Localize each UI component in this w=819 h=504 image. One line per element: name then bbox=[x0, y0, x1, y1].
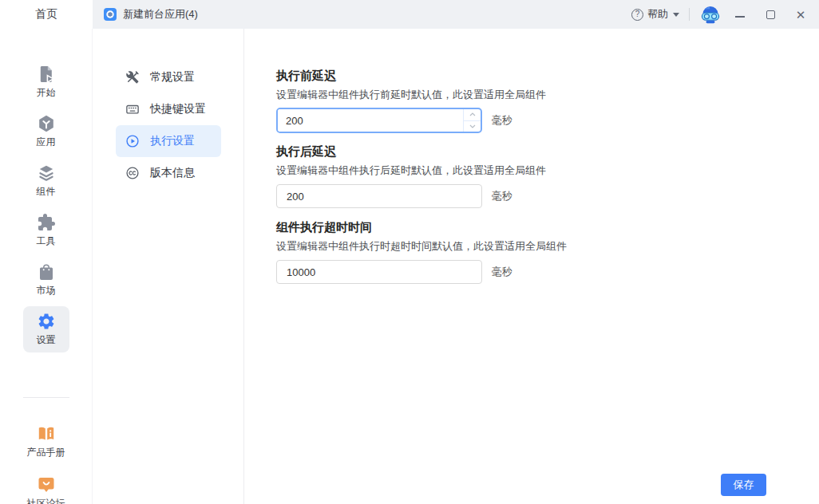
tab-new-frontend-app[interactable]: 新建前台应用(4) bbox=[93, 0, 212, 29]
product-manual-book-icon bbox=[37, 424, 56, 443]
stepper-down-button[interactable] bbox=[464, 121, 481, 132]
tab-label: 新建前台应用(4) bbox=[123, 7, 198, 22]
minimize-icon bbox=[735, 16, 745, 18]
menu-item-label: 常规设置 bbox=[150, 70, 195, 85]
general-settings-tools-icon bbox=[125, 70, 140, 85]
sidebar-item-tools[interactable]: 工具 bbox=[23, 207, 69, 254]
sidebar-item-label: 社区论坛 bbox=[27, 497, 65, 504]
topbar-right-controls: ? 帮助 ✕ bbox=[631, 3, 819, 26]
menu-item-execution-settings[interactable]: 执行设置 bbox=[116, 125, 221, 157]
help-menu[interactable]: ? 帮助 bbox=[631, 7, 679, 22]
sidebar-footer: 产品手册 社区论坛 bbox=[0, 397, 92, 504]
save-button[interactable]: 保存 bbox=[721, 474, 766, 496]
sidebar-item-label: 产品手册 bbox=[27, 446, 65, 459]
maximize-icon bbox=[766, 10, 775, 19]
market-bag-icon bbox=[37, 262, 56, 282]
menu-item-general-settings[interactable]: 常规设置 bbox=[116, 61, 221, 93]
community-forum-chat-icon bbox=[37, 475, 56, 494]
post-execution-delay-section: 执行后延迟 设置编辑器中组件执行后延时默认值，此设置适用全局组件 毫秒 bbox=[276, 144, 819, 209]
minimize-button[interactable] bbox=[728, 3, 752, 26]
start-file-play-icon bbox=[37, 65, 56, 84]
sidebar-footer-divider bbox=[23, 397, 69, 398]
component-timeout-section: 组件执行超时时间 设置编辑器中组件执行时超时时间默认值，此设置适用全局组件 毫秒 bbox=[276, 220, 819, 285]
tools-puzzle-icon bbox=[37, 213, 56, 232]
version-info-cc-icon bbox=[125, 166, 140, 180]
section-title: 执行后延迟 bbox=[276, 144, 819, 159]
app-tab-icon bbox=[104, 8, 117, 21]
timeout-input[interactable] bbox=[276, 260, 482, 284]
sidebar-item-community-forum[interactable]: 社区论坛 bbox=[0, 475, 92, 504]
section-description: 设置编辑器中组件执行后延时默认值，此设置适用全局组件 bbox=[276, 164, 819, 177]
question-circle-icon: ? bbox=[631, 9, 643, 21]
shortcut-keyboard-icon bbox=[125, 102, 140, 116]
components-layers-icon bbox=[37, 163, 56, 183]
section-description: 设置编辑器中组件执行时超时时间默认值，此设置适用全局组件 bbox=[276, 240, 819, 253]
sidebar-item-start[interactable]: 开始 bbox=[23, 59, 69, 105]
stepper-buttons bbox=[463, 109, 481, 132]
pre-delay-stepper bbox=[276, 108, 482, 133]
menu-item-version-info[interactable]: 版本信息 bbox=[116, 157, 221, 189]
sidebar-item-label: 应用 bbox=[37, 136, 56, 149]
unit-label: 毫秒 bbox=[492, 189, 512, 203]
menu-item-label: 执行设置 bbox=[150, 134, 195, 148]
pre-delay-input[interactable] bbox=[278, 109, 463, 132]
chevron-up-icon bbox=[469, 112, 476, 116]
section-description: 设置编辑器中组件执行前延时默认值，此设置适用全局组件 bbox=[276, 89, 819, 101]
sidebar-item-apps[interactable]: 应用 bbox=[23, 108, 69, 155]
post-delay-input[interactable] bbox=[276, 184, 482, 208]
sidebar-item-label: 市场 bbox=[37, 284, 56, 297]
sidebar-item-label: 工具 bbox=[37, 234, 56, 248]
sidebar-nav: 开始 应用 组件 工具 bbox=[0, 29, 92, 352]
main-sidebar: 开始 应用 组件 工具 bbox=[0, 29, 93, 504]
sidebar-item-label: 组件 bbox=[37, 185, 56, 199]
stepper-up-button[interactable] bbox=[464, 109, 481, 121]
settings-gear-icon bbox=[37, 312, 56, 331]
apps-hexagon-icon bbox=[37, 114, 56, 133]
execution-settings-panel: 执行前延迟 设置编辑器中组件执行前延时默认值，此设置适用全局组件 bbox=[245, 29, 819, 504]
section-title: 组件执行超时时间 bbox=[276, 220, 819, 234]
tab-strip: 新建前台应用(4) ? 帮助 ✕ bbox=[93, 0, 819, 29]
chevron-down-icon bbox=[469, 124, 476, 128]
robot-avatar-icon[interactable] bbox=[699, 3, 722, 26]
menu-item-shortcut-settings[interactable]: 快捷键设置 bbox=[116, 93, 221, 125]
settings-submenu: 常规设置 快捷键设置 执行设置 版本信息 bbox=[93, 29, 244, 504]
home-label: 首页 bbox=[35, 7, 57, 22]
section-title: 执行前延迟 bbox=[276, 69, 819, 83]
unit-label: 毫秒 bbox=[492, 113, 512, 128]
unit-label: 毫秒 bbox=[492, 265, 512, 279]
menu-item-label: 版本信息 bbox=[150, 166, 195, 180]
sidebar-item-label: 设置 bbox=[37, 333, 56, 347]
sidebar-item-components[interactable]: 组件 bbox=[23, 158, 69, 204]
maximize-button[interactable] bbox=[758, 3, 782, 26]
close-button[interactable]: ✕ bbox=[789, 3, 813, 26]
pre-execution-delay-section: 执行前延迟 设置编辑器中组件执行前延时默认值，此设置适用全局组件 bbox=[276, 69, 819, 133]
home-nav[interactable]: 首页 bbox=[0, 0, 93, 29]
sidebar-item-label: 开始 bbox=[37, 86, 56, 100]
sidebar-item-settings[interactable]: 设置 bbox=[23, 306, 69, 352]
chevron-down-icon bbox=[673, 13, 679, 17]
help-label: 帮助 bbox=[647, 7, 668, 22]
menu-item-label: 快捷键设置 bbox=[150, 102, 206, 116]
sidebar-item-product-manual[interactable]: 产品手册 bbox=[0, 424, 92, 459]
close-icon: ✕ bbox=[796, 9, 806, 21]
execution-play-icon bbox=[125, 134, 140, 148]
topbar-divider bbox=[689, 8, 690, 21]
sidebar-item-market[interactable]: 市场 bbox=[23, 257, 69, 303]
